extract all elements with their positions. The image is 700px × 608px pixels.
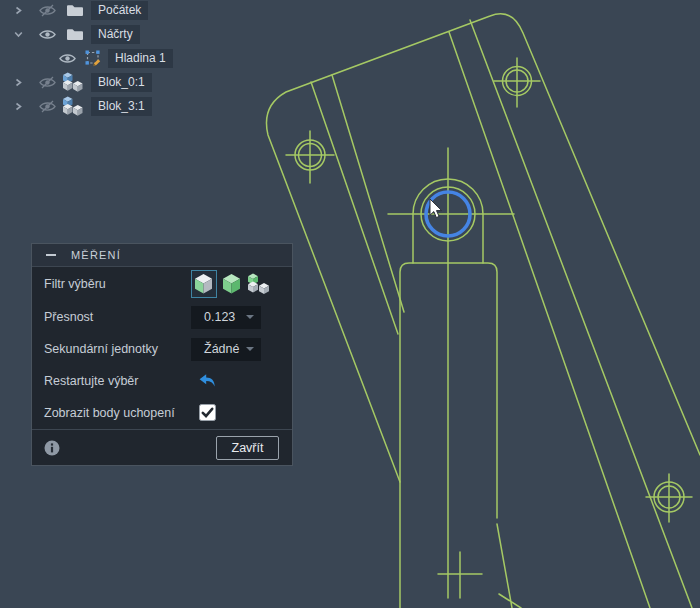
info-icon[interactable] xyxy=(44,440,60,456)
groove-line-1[interactable] xyxy=(311,82,398,334)
folder-icon xyxy=(66,28,84,41)
checkbox-checked-icon xyxy=(199,404,216,421)
visibility-off-icon[interactable] xyxy=(39,4,56,17)
restart-selection-button[interactable] xyxy=(198,373,217,389)
chevron-down-icon xyxy=(246,347,254,351)
solid-cube-icon xyxy=(194,273,214,295)
measure-panel-footer: Zavřít xyxy=(32,429,292,465)
measure-panel: MĚŘENÍ Filtr výběru xyxy=(31,243,293,466)
band-line-1[interactable] xyxy=(449,32,650,608)
tree-row-hladina[interactable]: Hladina 1 xyxy=(0,46,173,70)
collapse-panel-button[interactable] xyxy=(46,254,56,256)
sketch-icon xyxy=(84,49,102,67)
secondary-units-value: Žádné xyxy=(204,342,239,356)
visibility-off-icon[interactable] xyxy=(39,76,56,89)
tree-item-label[interactable]: Blok_0:1 xyxy=(91,73,152,92)
bottom-center-mark[interactable] xyxy=(438,552,482,598)
tree-item-label[interactable]: Náčrty xyxy=(91,25,140,44)
band-line-2[interactable] xyxy=(470,20,692,608)
filter-label: Filtr výběru xyxy=(44,277,106,291)
model-tree: Počátek Náčrty xyxy=(0,0,173,118)
restart-selection-label: Restartujte výběr xyxy=(44,374,138,388)
precision-value: 0.123 xyxy=(204,310,235,324)
secondary-units-row: Sekundární jednotky Žádné xyxy=(32,333,292,365)
folder-icon xyxy=(66,4,84,17)
filter-body-button[interactable] xyxy=(222,273,242,295)
filter-solid-button[interactable] xyxy=(191,270,217,298)
visibility-off-icon[interactable] xyxy=(39,100,56,113)
visibility-on-icon[interactable] xyxy=(39,29,56,40)
mouse-cursor xyxy=(430,199,442,218)
boss-centerlines xyxy=(388,148,514,598)
tree-item-label[interactable]: Blok_3:1 xyxy=(91,97,152,116)
green-cube-icon xyxy=(222,273,242,295)
tree-row-blok-0[interactable]: Blok_0:1 xyxy=(0,70,173,94)
chevron-right-icon[interactable] xyxy=(14,6,23,15)
secondary-units-label: Sekundární jednotky xyxy=(44,342,158,356)
secondary-units-dropdown[interactable]: Žádné xyxy=(191,338,261,361)
block-icon xyxy=(62,96,84,116)
show-snap-points-checkbox[interactable] xyxy=(199,404,216,421)
filter-row: Filtr výběru xyxy=(32,267,292,301)
show-snap-points-label: Zobrazit body uchopení xyxy=(44,406,175,420)
chevron-down-icon xyxy=(246,315,254,319)
tree-row-blok-3[interactable]: Blok_3:1 xyxy=(0,94,173,118)
precision-row: Přesnost 0.123 xyxy=(32,301,292,333)
stem-lower-edges[interactable] xyxy=(497,524,521,608)
tree-item-label[interactable]: Počátek xyxy=(91,1,148,20)
show-snap-points-row: Zobrazit body uchopení xyxy=(32,396,292,429)
hole-mark-bottom-right[interactable] xyxy=(646,474,692,522)
chevron-right-icon[interactable] xyxy=(14,78,23,87)
close-button[interactable]: Zavřít xyxy=(216,436,279,460)
undo-arrow-icon xyxy=(198,373,217,389)
tree-row-nacrty[interactable]: Náčrty xyxy=(0,22,173,46)
filter-block-button[interactable] xyxy=(247,273,271,295)
hole-mark-left[interactable] xyxy=(286,131,334,183)
precision-label: Přesnost xyxy=(44,310,93,324)
measure-panel-header: MĚŘENÍ xyxy=(32,244,292,267)
tree-row-pocatek[interactable]: Počátek xyxy=(0,0,173,22)
tree-item-label[interactable]: Hladina 1 xyxy=(108,49,173,68)
panel-title: MĚŘENÍ xyxy=(71,249,121,261)
hole-mark-top-right[interactable] xyxy=(494,58,540,107)
groove-line-2[interactable] xyxy=(332,75,404,312)
block-cubes-icon xyxy=(247,273,271,295)
chevron-down-icon[interactable] xyxy=(14,30,23,39)
visibility-on-icon[interactable] xyxy=(59,53,76,64)
application-window: Počátek Náčrty xyxy=(0,0,700,608)
restart-selection-row: Restartujte výběr xyxy=(32,365,292,396)
precision-dropdown[interactable]: 0.123 xyxy=(191,306,261,329)
block-icon xyxy=(62,72,84,92)
chevron-right-icon[interactable] xyxy=(14,102,23,111)
